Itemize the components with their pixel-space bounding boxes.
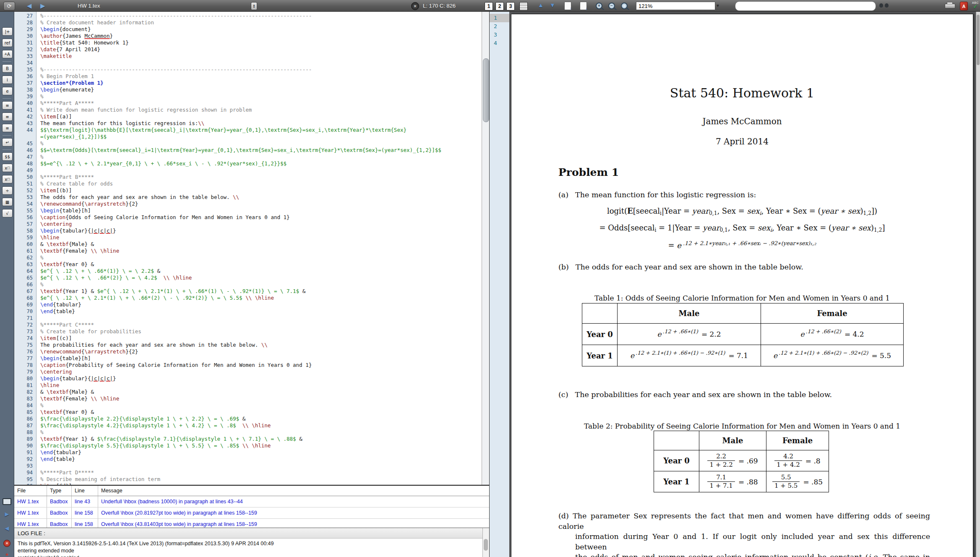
emph-icon[interactable]: e (2, 87, 13, 95)
zoom-in-icon[interactable]: + (596, 3, 602, 9)
code-line[interactable]: 80\begin{tabular}{|c|c|c|} (14, 375, 482, 382)
next-page-icon[interactable]: ▼ (550, 2, 555, 8)
console-icon[interactable] (0, 498, 14, 507)
code-line[interactable]: 27%-------------------------------------… (14, 13, 482, 19)
fraction-icon[interactable]: ÷ (2, 186, 13, 195)
log-scrollbar[interactable] (482, 528, 489, 557)
code-line[interactable]: 41% Write down mean function for logisti… (14, 107, 482, 113)
code-line[interactable]: 58\begin{tabular}{|c|c|c|} (14, 228, 482, 234)
document-stepper[interactable]: ▲ ▼ (251, 2, 257, 10)
code-line[interactable]: 37\section*{Problem 1} (14, 80, 482, 86)
code-line[interactable]: 83\textbf{Female} \\ \hline (14, 395, 482, 402)
align-right-icon[interactable]: ≡ (2, 124, 13, 132)
subscript-icon[interactable]: x□ (2, 164, 13, 172)
previous-page-icon[interactable]: ▲ (538, 2, 544, 8)
code-line[interactable]: 28% Create document header information (14, 19, 482, 26)
display-math-icon[interactable]: $$ (2, 152, 13, 161)
code-line[interactable]: 36% Begin Problem 1 (14, 73, 482, 80)
matrix-icon[interactable]: ▦ (2, 198, 13, 206)
document-title[interactable]: HW 1.tex (78, 0, 100, 11)
code-line[interactable]: 40%*****Part A***** (14, 100, 482, 107)
code-line[interactable]: 79\centering (14, 369, 482, 375)
code-line[interactable]: 91\end{tabular} (14, 449, 482, 456)
find-binoculars-icon[interactable] (879, 3, 889, 8)
code-line[interactable]: 74\item[(c)] (14, 335, 482, 342)
code-line[interactable]: 60& \textbf{Male} & (14, 241, 482, 248)
code-line[interactable]: 32\date{7 April 2014} (14, 46, 482, 53)
superscript-icon[interactable]: x□ (2, 175, 13, 183)
print-icon[interactable] (945, 2, 955, 9)
log-scrollbar-thumb[interactable] (484, 539, 488, 551)
stop-icon[interactable]: ✕ (0, 539, 14, 547)
code-line[interactable]: 63\textbf{Year 0} & (14, 261, 482, 268)
acrobat-icon[interactable]: A (960, 2, 968, 10)
code-line[interactable]: 51% Create table for odds (14, 180, 482, 187)
next-message-icon[interactable]: ▶ (0, 511, 14, 517)
code-line[interactable]: 85\textbf{Year 0} & (14, 409, 482, 416)
code-line[interactable]: 42\item[(a)] (14, 113, 482, 120)
code-line[interactable]: 73% Create table for probabilities (14, 328, 482, 335)
code-line[interactable]: 46$$=\textrm{Odds}[\textrm{seecal}_i=1|\… (14, 147, 482, 154)
two-page-button[interactable]: 2 (495, 2, 504, 10)
code-line[interactable]: 70\end{table} (14, 308, 482, 315)
preview-line-number[interactable]: 4 (490, 39, 509, 47)
previous-message-icon[interactable]: ◀ (0, 525, 14, 531)
code-line[interactable]: 87$\frac{\displaystyle 4.2}{\displaystyl… (14, 422, 482, 429)
spellcheck-icon[interactable]: ABC ✓ (970, 1, 980, 8)
code-line[interactable]: 52\item[(b)] (14, 187, 482, 194)
preview-line-number[interactable]: 2 (490, 22, 509, 31)
font-size-icon[interactable]: AA (2, 50, 13, 58)
pdf-preview-pane[interactable]: Stat 540: Homework 1 James McCammon 7 Ap… (509, 11, 980, 557)
code-line[interactable]: 61\textbf{Female} \\ \hline (14, 248, 482, 254)
code-line[interactable]: 35%-------------------------------------… (14, 66, 482, 73)
code-line[interactable]: 81\hline (14, 382, 482, 389)
zoom-dropdown-icon[interactable]: ▼ (716, 3, 720, 8)
forward-icon[interactable]: ▶ (40, 0, 45, 11)
code-line[interactable]: 50%*****Part B***** (14, 174, 482, 180)
code-line[interactable]: 65$e^{ \ .12 \ + \ .66*(2)} \ = \ 4.2$ \… (14, 275, 482, 281)
zoom-out-icon[interactable]: − (608, 3, 615, 9)
code-line[interactable]: 89\textbf{Year 1} & $\frac{\displaystyle… (14, 436, 482, 442)
code-line[interactable]: 76\renewcommand{\arraystretch}{2} (14, 348, 482, 355)
code-line[interactable]: 57\centering (14, 221, 482, 228)
code-line[interactable]: 49 (14, 167, 482, 174)
code-line[interactable]: 47% (14, 154, 482, 160)
editor-scrollbar-thumb[interactable] (483, 58, 489, 122)
code-line[interactable]: 84% (14, 402, 482, 409)
code-line[interactable]: 62% (14, 254, 482, 261)
code-line[interactable]: 44$$\textrm{logit}(\mathbb{E}[\textrm{se… (14, 127, 482, 133)
search-input[interactable] (735, 1, 876, 11)
code-line[interactable]: 39% (14, 93, 482, 100)
insert-block-icon[interactable]: |+ (2, 27, 13, 36)
three-page-button[interactable]: 3 (506, 2, 515, 10)
code-line[interactable]: 54\renewcommand{\arraystretch}{2} (14, 201, 482, 207)
back-icon[interactable]: ◀ (27, 0, 32, 11)
code-line[interactable]: 64$e^{ \ .12 \ + \ .66*(1)} \ = \ 2.2$ & (14, 268, 482, 275)
code-line[interactable]: 30\author{James McCammon} (14, 33, 482, 39)
page-down-document-icon[interactable]: ↓ (580, 2, 587, 10)
sqrt-icon[interactable]: √ (2, 209, 13, 217)
code-line[interactable]: 94%*****Part D***** (14, 469, 482, 476)
code-line[interactable]: 68$e^{ \ .12 \ + \ 2.1*(1) \ + \ .66*(2)… (14, 295, 482, 301)
page-up-document-icon[interactable]: ↑ (564, 2, 571, 10)
preview-scrollbar[interactable] (976, 11, 980, 557)
code-line[interactable]: 86$\frac{\displaystyle 2.2}{\displaystyl… (14, 416, 482, 422)
code-line[interactable]: =(year*sex)_{1,2}])$$ (14, 133, 482, 140)
zoom-select-icon[interactable] (621, 3, 628, 9)
code-line[interactable]: 53The odds for each year and sex are sho… (14, 194, 482, 201)
code-line[interactable]: 72%*****Part C***** (14, 322, 482, 328)
code-line[interactable]: 43The mean function for this logistic re… (14, 120, 482, 127)
code-line[interactable]: 45% (14, 140, 482, 147)
preview-line-number[interactable]: 1 (490, 14, 509, 22)
editor-lines[interactable]: 27%-------------------------------------… (14, 13, 482, 485)
close-icon[interactable]: ✕ (411, 2, 419, 10)
zoom-level-field[interactable]: 121% (636, 2, 715, 10)
italic-icon[interactable]: i (2, 76, 13, 84)
align-left-icon[interactable]: ≡ (2, 101, 13, 110)
refresh-icon[interactable]: ⟳ (3, 2, 15, 10)
multipage-view-icon[interactable] (519, 2, 528, 10)
code-line[interactable]: 78\caption{Probability of Seeing Calorie… (14, 362, 482, 369)
message-row[interactable]: HW 1.texBadboxline 43Underfull \hbox (ba… (14, 496, 489, 507)
single-page-button[interactable]: 1 (485, 2, 493, 10)
code-line[interactable]: 66% (14, 281, 482, 288)
